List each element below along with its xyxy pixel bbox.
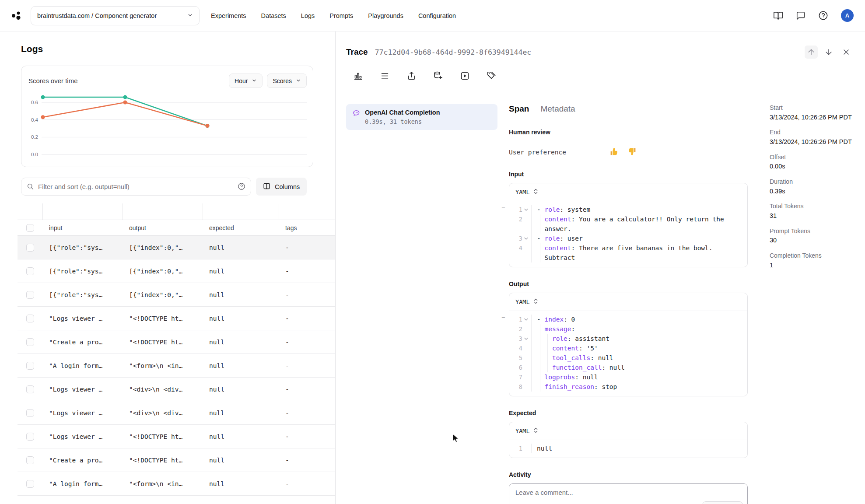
trace-content: OpenAI Chat Completion 0.39s, 31 tokens …	[346, 104, 865, 504]
section-label: Input	[509, 171, 748, 178]
collapse-handle-icon[interactable]	[501, 314, 505, 321]
fold-caret-icon[interactable]	[522, 315, 529, 324]
columns-button[interactable]: Columns	[256, 178, 307, 196]
cell-output: "<div>\n <div…	[123, 386, 203, 393]
row-checkbox[interactable]	[18, 244, 43, 252]
svg-text:0.4: 0.4	[31, 117, 39, 122]
table-row[interactable]: [{"role":"sys… [{"index":0,"… null -	[18, 259, 335, 283]
table-row[interactable]: "A login form… "<form>\n <in… null -	[18, 472, 335, 496]
column-header[interactable]: expected	[203, 224, 279, 231]
fold-caret-empty	[522, 324, 529, 334]
row-checkbox[interactable]	[18, 409, 43, 417]
nav-item[interactable]: Playgrounds	[368, 12, 403, 19]
detail-label: End	[770, 129, 859, 136]
collapse-handle-icon[interactable]	[501, 204, 505, 211]
nav-item[interactable]: Datasets	[261, 12, 286, 19]
detail-value: 3/13/2024, 10:26:26 PM PDT	[770, 113, 859, 122]
nav-item[interactable]: Logs	[301, 12, 315, 19]
close-icon[interactable]	[840, 46, 853, 59]
checkbox	[26, 267, 34, 275]
chevron-down-icon	[187, 12, 193, 19]
table-row[interactable]: "A login form… "<form>\n <in… null -	[18, 354, 335, 378]
table-row[interactable]: [{"role":"sys… [{"index":0,"… null -	[18, 283, 335, 307]
row-checkbox[interactable]	[18, 433, 43, 441]
row-checkbox[interactable]	[18, 338, 43, 346]
table-group-header	[18, 203, 335, 220]
code-editor[interactable]: 1- role: system2content: You are a calcu…	[509, 201, 747, 267]
chevron-up-down-icon	[533, 188, 538, 196]
nav-item[interactable]: Configuration	[418, 12, 456, 19]
cell-expected: null	[203, 315, 279, 322]
span-tree-item[interactable]: OpenAI Chat Completion 0.39s, 31 tokens	[346, 104, 497, 130]
row-checkbox[interactable]	[18, 267, 43, 275]
fold-caret-empty	[522, 214, 529, 234]
chevron-up-down-icon	[533, 298, 538, 306]
code-editor[interactable]: 1null	[509, 440, 747, 458]
table-row[interactable]: [{"role":"sys… [{"index":0,"… null -	[18, 236, 335, 259]
thumbs-down-icon[interactable]	[627, 147, 637, 158]
interval-select[interactable]: Hour	[229, 74, 263, 88]
column-header[interactable]: tags	[279, 224, 335, 231]
chart-title: Scores over time	[28, 77, 78, 84]
format-select[interactable]: YAML	[515, 427, 538, 435]
checkbox	[26, 480, 34, 488]
tab-metadata[interactable]: Metadata	[540, 104, 575, 114]
human-review-heading: Human review	[509, 129, 748, 136]
docs-book-icon[interactable]	[773, 10, 783, 21]
project-switcher[interactable]: braintrustdata.com / Component generator	[31, 6, 200, 25]
select-all-checkbox[interactable]	[18, 224, 43, 232]
add-to-dataset-icon[interactable]	[431, 68, 445, 83]
code-editor[interactable]: 1- index: 02message:3role: assistant4con…	[509, 311, 747, 396]
cell-tags: -	[279, 480, 335, 487]
column-header[interactable]: output	[123, 224, 203, 231]
format-select[interactable]: YAML	[515, 188, 538, 196]
code-section: Expected YAML 1null	[509, 410, 748, 458]
help-circle-icon[interactable]	[818, 10, 828, 21]
detail-value: 30	[770, 236, 859, 245]
detail-entry: Duration 0.39s	[770, 178, 859, 195]
nav-item[interactable]: Experiments	[211, 12, 246, 19]
table-row[interactable]: "Logs viewer … "<div>\n <div… null -	[18, 401, 335, 425]
table-row[interactable]: "Create a pro… "<!DOCTYPE ht… null -	[18, 448, 335, 472]
table-row[interactable]: "Create a pro… "<!DOCTYPE ht… null -	[18, 330, 335, 354]
row-checkbox[interactable]	[18, 362, 43, 370]
detail-entry: Total Tokens 31	[770, 203, 859, 220]
fold-caret-icon[interactable]	[522, 334, 529, 343]
filter-help-icon[interactable]	[238, 182, 245, 192]
checkbox	[26, 433, 34, 441]
row-checkbox[interactable]	[18, 291, 43, 299]
thumbs-up-icon[interactable]	[609, 147, 619, 158]
nav-item[interactable]: Prompts	[329, 12, 353, 19]
chart-icon[interactable]	[350, 68, 365, 83]
scores-line-chart: 0.60.40.20.0	[28, 92, 307, 161]
metric-select[interactable]: Scores	[267, 74, 307, 88]
table-row[interactable]: "Logs viewer … "<!DOCTYPE ht… null -	[18, 307, 335, 330]
arrow-down-icon[interactable]	[822, 46, 835, 59]
tab-span[interactable]: Span	[509, 104, 529, 114]
comment-button[interactable]: Comment	[702, 501, 743, 504]
format-select[interactable]: YAML	[515, 298, 538, 306]
arrow-up-icon[interactable]	[805, 46, 818, 59]
fold-caret-icon[interactable]	[522, 205, 529, 214]
span-sections: Input YAML 1- role: s	[509, 171, 748, 458]
trace-toolbar	[350, 68, 865, 83]
playground-icon[interactable]	[457, 68, 472, 83]
row-checkbox[interactable]	[18, 456, 43, 464]
avatar[interactable]: A	[841, 9, 854, 22]
row-checkbox[interactable]	[18, 315, 43, 322]
feedback-message-icon[interactable]	[796, 11, 805, 21]
metric-select-value: Scores	[273, 77, 292, 84]
cell-output: "<!DOCTYPE ht…	[123, 339, 203, 346]
detail-label: Start	[770, 104, 859, 112]
row-checkbox[interactable]	[18, 480, 43, 488]
tags-icon[interactable]	[484, 68, 499, 83]
filter-input[interactable]	[21, 178, 251, 196]
row-checkbox[interactable]	[18, 385, 43, 393]
share-icon[interactable]	[404, 68, 419, 83]
table-row[interactable]: "Logs viewer … "<!DOCTYPE ht… null -	[18, 425, 335, 448]
fold-caret-icon[interactable]	[522, 234, 529, 243]
column-header[interactable]: input	[43, 224, 123, 231]
svg-text:0.0: 0.0	[31, 152, 38, 157]
table-row[interactable]: "Logs viewer … "<div>\n <div… null -	[18, 378, 335, 401]
list-icon[interactable]	[377, 68, 392, 83]
